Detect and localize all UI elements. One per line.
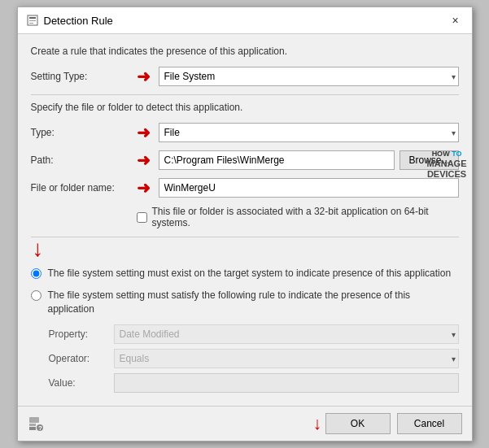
path-input[interactable]: [159, 150, 395, 170]
file-folder-arrow: ➜: [137, 178, 151, 198]
down-arrow-icon: ↓: [33, 237, 44, 260]
file-folder-label: File or folder name:: [31, 182, 137, 194]
radio-row-2: The file system setting must satisfy the…: [31, 289, 459, 316]
operator-select: Equals: [114, 349, 459, 368]
divider-1: [31, 94, 459, 95]
ok-arrow-icon: ↓: [313, 413, 322, 434]
property-select-wrapper: Date Modified ▾: [114, 324, 459, 344]
setting-type-row: Setting Type: ➜ File System Registry MSI…: [31, 67, 459, 86]
type-row: Type: ➜ File Folder ▾: [31, 123, 459, 142]
property-label: Property:: [49, 328, 114, 340]
dialog-body: Create a rule that indicates the presenc…: [18, 34, 472, 405]
svg-rect-5: [29, 424, 36, 426]
radio-satisfy-label[interactable]: The file system setting must satisfy the…: [48, 289, 459, 316]
dialog-footer: ? ↓ OK Cancel: [18, 406, 472, 441]
setting-type-arrow: ➜: [137, 67, 151, 86]
ok-button[interactable]: OK: [325, 413, 391, 434]
detection-rule-dialog: Detection Rule × Create a rule that indi…: [17, 7, 473, 441]
setting-type-select[interactable]: File System Registry MSI: [159, 67, 459, 86]
footer-left: ?: [28, 415, 44, 432]
type-label: Type:: [31, 127, 137, 138]
checkbox-label[interactable]: This file or folder is associated with a…: [152, 206, 459, 228]
file-folder-input[interactable]: [159, 178, 459, 198]
checkbox-row: This file or folder is associated with a…: [137, 206, 459, 228]
path-arrow: ➜: [137, 150, 151, 170]
ok-arrow-container: ↓ OK: [313, 413, 391, 434]
value-input: [114, 373, 459, 393]
svg-rect-3: [29, 23, 33, 24]
section-description: Specify the file or folder to detect thi…: [31, 102, 459, 113]
path-row: Path: ➜ Browse... HOW TO MANAGE DEVICES: [31, 150, 459, 170]
type-arrow: ➜: [137, 123, 151, 142]
sub-form: Property: Date Modified ▾ Operator: Equa…: [49, 324, 459, 393]
svg-rect-6: [29, 417, 39, 423]
value-label: Value:: [49, 377, 114, 389]
svg-rect-1: [29, 17, 36, 19]
radio-section: The file system setting must exist on th…: [31, 267, 459, 392]
path-label: Path:: [31, 154, 137, 166]
radio-satisfy[interactable]: [31, 290, 41, 301]
down-arrow-container: ↓: [31, 244, 459, 260]
radio-row-1: The file system setting must exist on th…: [31, 267, 459, 281]
dialog-icon: [26, 14, 39, 27]
divider-2: [31, 237, 459, 237]
file-folder-row: File or folder name: ➜: [31, 178, 459, 198]
svg-rect-4: [29, 427, 36, 430]
operator-row: Operator: Equals ▾: [49, 349, 459, 368]
property-row: Property: Date Modified ▾: [49, 324, 459, 344]
footer-right: ↓ OK Cancel: [313, 413, 462, 434]
setting-type-select-wrapper: File System Registry MSI ▾: [159, 67, 459, 86]
radio-exist[interactable]: [31, 268, 41, 279]
32bit-checkbox[interactable]: [137, 212, 147, 223]
svg-text:?: ?: [38, 424, 42, 432]
operator-select-wrapper: Equals ▾: [114, 349, 459, 368]
watermark: HOW TO MANAGE DEVICES: [427, 149, 467, 180]
title-bar-left: Detection Rule: [26, 14, 113, 27]
dialog-title: Detection Rule: [44, 15, 113, 27]
title-bar: Detection Rule ×: [18, 7, 472, 34]
type-select-wrapper: File Folder ▾: [159, 123, 459, 142]
value-row: Value:: [49, 373, 459, 393]
header-description: Create a rule that indicates the presenc…: [31, 46, 459, 57]
type-select[interactable]: File Folder: [159, 123, 459, 142]
close-button[interactable]: ×: [448, 12, 464, 28]
setting-type-label: Setting Type:: [31, 71, 137, 82]
svg-rect-2: [29, 20, 36, 21]
radio-exist-label[interactable]: The file system setting must exist on th…: [48, 267, 452, 281]
help-icon: ?: [28, 415, 44, 432]
property-select: Date Modified: [114, 324, 459, 344]
cancel-button[interactable]: Cancel: [397, 413, 462, 434]
operator-label: Operator:: [49, 353, 114, 364]
